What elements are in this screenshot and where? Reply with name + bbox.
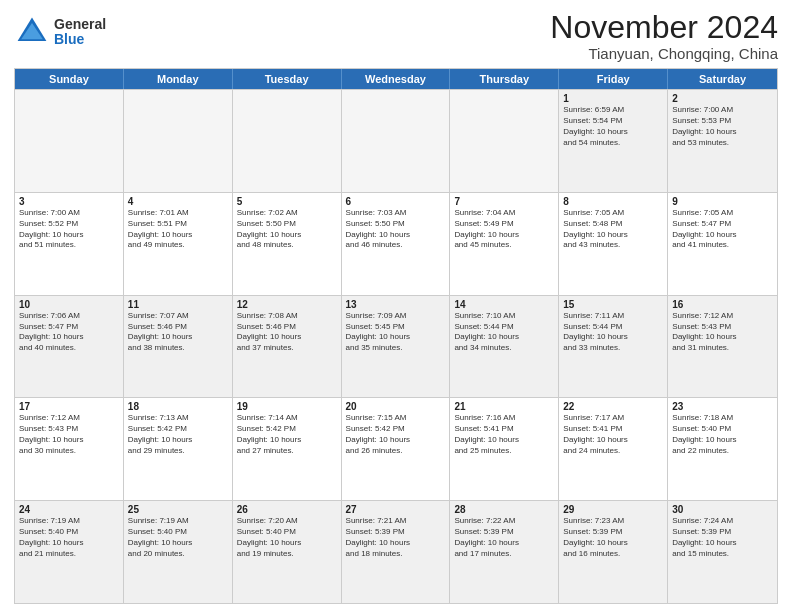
day-number: 9 [672, 196, 773, 207]
day-info: Sunrise: 7:06 AMSunset: 5:47 PMDaylight:… [19, 311, 119, 354]
calendar-cell-16: 16Sunrise: 7:12 AMSunset: 5:43 PMDayligh… [668, 296, 777, 398]
location: Tianyuan, Chongqing, China [550, 45, 778, 62]
calendar-cell-21: 21Sunrise: 7:16 AMSunset: 5:41 PMDayligh… [450, 398, 559, 500]
calendar-cell-12: 12Sunrise: 7:08 AMSunset: 5:46 PMDayligh… [233, 296, 342, 398]
calendar-cell-empty-0-2 [233, 90, 342, 192]
day-number: 19 [237, 401, 337, 412]
calendar-cell-20: 20Sunrise: 7:15 AMSunset: 5:42 PMDayligh… [342, 398, 451, 500]
page: General Blue November 2024 Tianyuan, Cho… [0, 0, 792, 612]
day-number: 26 [237, 504, 337, 515]
day-number: 14 [454, 299, 554, 310]
day-info: Sunrise: 7:15 AMSunset: 5:42 PMDaylight:… [346, 413, 446, 456]
logo-blue-text: Blue [54, 32, 106, 47]
calendar-cell-27: 27Sunrise: 7:21 AMSunset: 5:39 PMDayligh… [342, 501, 451, 603]
header-day-thursday: Thursday [450, 69, 559, 89]
day-number: 1 [563, 93, 663, 104]
day-number: 2 [672, 93, 773, 104]
day-number: 29 [563, 504, 663, 515]
header-day-saturday: Saturday [668, 69, 777, 89]
day-number: 20 [346, 401, 446, 412]
calendar-cell-29: 29Sunrise: 7:23 AMSunset: 5:39 PMDayligh… [559, 501, 668, 603]
calendar-cell-28: 28Sunrise: 7:22 AMSunset: 5:39 PMDayligh… [450, 501, 559, 603]
day-number: 5 [237, 196, 337, 207]
day-info: Sunrise: 7:10 AMSunset: 5:44 PMDaylight:… [454, 311, 554, 354]
calendar-cell-14: 14Sunrise: 7:10 AMSunset: 5:44 PMDayligh… [450, 296, 559, 398]
header-day-sunday: Sunday [15, 69, 124, 89]
calendar-cell-1: 1Sunrise: 6:59 AMSunset: 5:54 PMDaylight… [559, 90, 668, 192]
calendar-body: 1Sunrise: 6:59 AMSunset: 5:54 PMDaylight… [15, 89, 777, 603]
calendar-cell-22: 22Sunrise: 7:17 AMSunset: 5:41 PMDayligh… [559, 398, 668, 500]
day-info: Sunrise: 7:22 AMSunset: 5:39 PMDaylight:… [454, 516, 554, 559]
calendar-cell-23: 23Sunrise: 7:18 AMSunset: 5:40 PMDayligh… [668, 398, 777, 500]
day-info: Sunrise: 7:19 AMSunset: 5:40 PMDaylight:… [19, 516, 119, 559]
day-info: Sunrise: 7:13 AMSunset: 5:42 PMDaylight:… [128, 413, 228, 456]
day-info: Sunrise: 7:04 AMSunset: 5:49 PMDaylight:… [454, 208, 554, 251]
day-info: Sunrise: 7:00 AMSunset: 5:53 PMDaylight:… [672, 105, 773, 148]
calendar-cell-9: 9Sunrise: 7:05 AMSunset: 5:47 PMDaylight… [668, 193, 777, 295]
day-number: 6 [346, 196, 446, 207]
day-info: Sunrise: 7:23 AMSunset: 5:39 PMDaylight:… [563, 516, 663, 559]
day-number: 28 [454, 504, 554, 515]
logo-icon [14, 14, 50, 50]
calendar-cell-3: 3Sunrise: 7:00 AMSunset: 5:52 PMDaylight… [15, 193, 124, 295]
logo-text: General Blue [54, 17, 106, 48]
day-info: Sunrise: 7:12 AMSunset: 5:43 PMDaylight:… [19, 413, 119, 456]
calendar-cell-11: 11Sunrise: 7:07 AMSunset: 5:46 PMDayligh… [124, 296, 233, 398]
calendar-cell-26: 26Sunrise: 7:20 AMSunset: 5:40 PMDayligh… [233, 501, 342, 603]
header: General Blue November 2024 Tianyuan, Cho… [14, 10, 778, 62]
day-info: Sunrise: 7:07 AMSunset: 5:46 PMDaylight:… [128, 311, 228, 354]
day-number: 23 [672, 401, 773, 412]
calendar-cell-6: 6Sunrise: 7:03 AMSunset: 5:50 PMDaylight… [342, 193, 451, 295]
calendar-cell-10: 10Sunrise: 7:06 AMSunset: 5:47 PMDayligh… [15, 296, 124, 398]
calendar-cell-25: 25Sunrise: 7:19 AMSunset: 5:40 PMDayligh… [124, 501, 233, 603]
day-info: Sunrise: 7:08 AMSunset: 5:46 PMDaylight:… [237, 311, 337, 354]
day-info: Sunrise: 7:17 AMSunset: 5:41 PMDaylight:… [563, 413, 663, 456]
day-number: 4 [128, 196, 228, 207]
day-info: Sunrise: 7:20 AMSunset: 5:40 PMDaylight:… [237, 516, 337, 559]
calendar-cell-empty-0-4 [450, 90, 559, 192]
calendar-cell-13: 13Sunrise: 7:09 AMSunset: 5:45 PMDayligh… [342, 296, 451, 398]
day-info: Sunrise: 7:05 AMSunset: 5:48 PMDaylight:… [563, 208, 663, 251]
day-number: 8 [563, 196, 663, 207]
day-info: Sunrise: 7:12 AMSunset: 5:43 PMDaylight:… [672, 311, 773, 354]
day-info: Sunrise: 7:05 AMSunset: 5:47 PMDaylight:… [672, 208, 773, 251]
calendar-cell-17: 17Sunrise: 7:12 AMSunset: 5:43 PMDayligh… [15, 398, 124, 500]
day-number: 25 [128, 504, 228, 515]
calendar-cell-24: 24Sunrise: 7:19 AMSunset: 5:40 PMDayligh… [15, 501, 124, 603]
day-number: 10 [19, 299, 119, 310]
day-number: 27 [346, 504, 446, 515]
logo: General Blue [14, 14, 106, 50]
day-info: Sunrise: 7:02 AMSunset: 5:50 PMDaylight:… [237, 208, 337, 251]
calendar-cell-15: 15Sunrise: 7:11 AMSunset: 5:44 PMDayligh… [559, 296, 668, 398]
calendar-row-3: 10Sunrise: 7:06 AMSunset: 5:47 PMDayligh… [15, 295, 777, 398]
header-day-friday: Friday [559, 69, 668, 89]
calendar: SundayMondayTuesdayWednesdayThursdayFrid… [14, 68, 778, 604]
day-info: Sunrise: 7:00 AMSunset: 5:52 PMDaylight:… [19, 208, 119, 251]
calendar-cell-8: 8Sunrise: 7:05 AMSunset: 5:48 PMDaylight… [559, 193, 668, 295]
calendar-cell-18: 18Sunrise: 7:13 AMSunset: 5:42 PMDayligh… [124, 398, 233, 500]
day-info: Sunrise: 7:16 AMSunset: 5:41 PMDaylight:… [454, 413, 554, 456]
day-info: Sunrise: 7:01 AMSunset: 5:51 PMDaylight:… [128, 208, 228, 251]
calendar-cell-5: 5Sunrise: 7:02 AMSunset: 5:50 PMDaylight… [233, 193, 342, 295]
calendar-cell-7: 7Sunrise: 7:04 AMSunset: 5:49 PMDaylight… [450, 193, 559, 295]
calendar-row-4: 17Sunrise: 7:12 AMSunset: 5:43 PMDayligh… [15, 397, 777, 500]
day-info: Sunrise: 6:59 AMSunset: 5:54 PMDaylight:… [563, 105, 663, 148]
calendar-cell-empty-0-3 [342, 90, 451, 192]
calendar-cell-19: 19Sunrise: 7:14 AMSunset: 5:42 PMDayligh… [233, 398, 342, 500]
day-number: 16 [672, 299, 773, 310]
day-number: 17 [19, 401, 119, 412]
day-info: Sunrise: 7:11 AMSunset: 5:44 PMDaylight:… [563, 311, 663, 354]
day-info: Sunrise: 7:24 AMSunset: 5:39 PMDaylight:… [672, 516, 773, 559]
header-day-tuesday: Tuesday [233, 69, 342, 89]
day-number: 18 [128, 401, 228, 412]
day-number: 3 [19, 196, 119, 207]
day-number: 12 [237, 299, 337, 310]
day-number: 24 [19, 504, 119, 515]
day-number: 30 [672, 504, 773, 515]
day-number: 13 [346, 299, 446, 310]
day-info: Sunrise: 7:21 AMSunset: 5:39 PMDaylight:… [346, 516, 446, 559]
day-info: Sunrise: 7:09 AMSunset: 5:45 PMDaylight:… [346, 311, 446, 354]
day-number: 7 [454, 196, 554, 207]
calendar-header: SundayMondayTuesdayWednesdayThursdayFrid… [15, 69, 777, 89]
calendar-cell-4: 4Sunrise: 7:01 AMSunset: 5:51 PMDaylight… [124, 193, 233, 295]
